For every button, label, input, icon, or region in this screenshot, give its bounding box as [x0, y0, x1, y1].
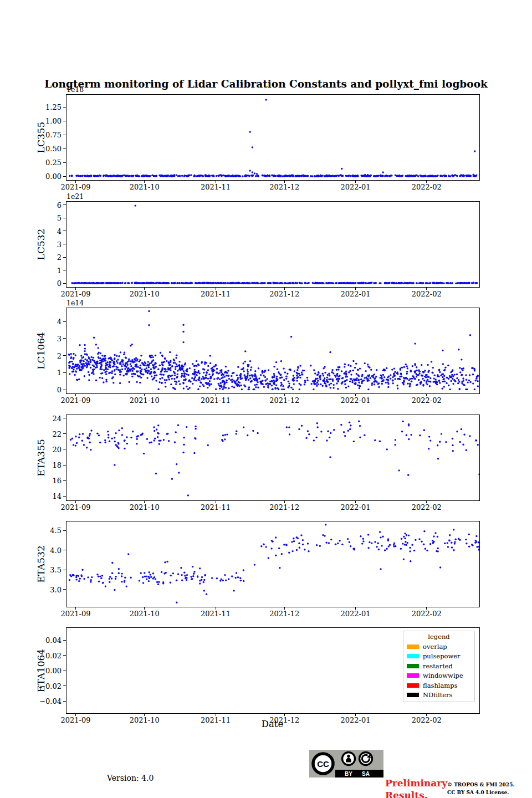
x-tick-label: 2022-02 [412, 183, 442, 191]
x-tick-label: 2021-12 [269, 396, 299, 405]
x-tick-label: 2021-12 [269, 290, 299, 298]
y-tick [63, 433, 66, 434]
y-tick-label: 0.04 [45, 636, 62, 644]
y-tick-label: 14 [52, 492, 62, 500]
legend-item-label: NDfilters [423, 691, 452, 699]
y-tick-label: 0.50 [45, 145, 62, 153]
y-tick-label: −0.02 [39, 682, 62, 690]
copyright-line2: CC BY SA 4.0 License. [447, 789, 515, 797]
y-tick [63, 218, 66, 218]
cc-by-sa-badge: CC BY SA [309, 750, 383, 777]
y-tick [63, 530, 66, 531]
y-tick [63, 449, 66, 449]
x-tick-label: 2022-01 [340, 183, 370, 191]
y-tick [63, 244, 66, 244]
y-tick-label: 3 [57, 334, 62, 342]
y-tick [63, 671, 66, 671]
y-tick-label: 1 [57, 266, 62, 274]
y-axis-label-lc355: LC355 [35, 122, 47, 154]
y-tick-label: 0 [57, 386, 62, 394]
x-axis-label: Date [66, 719, 479, 729]
legend-swatch-icon [407, 683, 419, 688]
preliminary-line1: Preliminary [385, 777, 447, 789]
x-tick-label: 2021-10 [130, 290, 160, 298]
legend-item-label: flashlamps [423, 682, 458, 689]
preliminary-line2: Results. [385, 789, 447, 798]
x-tick-label: 2022-01 [340, 610, 370, 618]
x-tick-label: 2022-01 [340, 290, 370, 298]
y-tick-label: 5 [57, 214, 62, 222]
legend-swatch-icon [407, 664, 419, 668]
y-tick-label: 4.5 [50, 526, 62, 535]
x-tick-label: 2021-11 [201, 290, 231, 298]
x-tick-label: 2022-01 [340, 396, 370, 405]
y-tick [63, 701, 66, 702]
x-tick-label: 2022-02 [412, 290, 442, 298]
subplot-eta1064: ETA1064−0.04−0.020.000.020.042021-092021… [66, 627, 480, 714]
x-tick-label: 2021-12 [269, 183, 299, 191]
y-tick [63, 231, 66, 231]
y-tick [63, 550, 66, 550]
scatter-points [66, 415, 479, 500]
y-tick [63, 338, 66, 339]
scatter-points [66, 521, 479, 607]
legend-item-pulsepower: pulsepower [407, 652, 471, 660]
copyright-line1: © TROPOS & FMI 2025. [447, 781, 515, 789]
y-axis-label-lc532: LC532 [35, 229, 47, 260]
legend-swatch-icon [407, 673, 419, 678]
y-tick [63, 121, 66, 121]
legend-title: legend [407, 633, 471, 641]
y-tick-label: 4 [57, 227, 62, 235]
y-tick-label: 1.00 [45, 117, 62, 125]
y-tick-label: 0.02 [45, 651, 62, 659]
legend-item-ndfilters: NDfilters [407, 691, 471, 699]
y-axis-offset-label: 1e18 [66, 85, 84, 94]
x-tick-label: 2021-09 [61, 183, 91, 191]
figure: Longterm monitoring of Lidar Calibration… [0, 0, 532, 798]
y-tick-label: 2 [57, 253, 62, 262]
y-tick [63, 176, 66, 177]
legend-item-flashlamps: flashlamps [407, 682, 471, 689]
y-tick-label: 0.00 [45, 667, 62, 675]
subplot-lc355: LC3551e180.000.250.500.751.001.252021-09… [66, 94, 480, 181]
y-tick [63, 257, 66, 258]
by-label: BY [345, 771, 352, 777]
subplot-lc532: LC5321e2101234562021-092021-102021-11202… [66, 201, 480, 288]
scatter-points [66, 95, 479, 180]
x-tick-label: 2021-10 [130, 503, 160, 511]
y-tick-label: 24 [52, 414, 62, 422]
x-tick-label: 2021-09 [61, 396, 91, 405]
legend-item-windowwipe: windowwipe [407, 672, 471, 679]
y-tick [63, 162, 66, 163]
y-axis-offset-label: 1e21 [66, 192, 84, 201]
y-tick-label: 1.25 [45, 103, 62, 111]
y-tick-label: 1 [57, 369, 62, 377]
x-tick-label: 2021-12 [269, 503, 299, 511]
legend: legendoverlappulsepowerrestartedwindowwi… [403, 631, 475, 702]
legend-item-label: overlap [423, 643, 447, 651]
x-tick-label: 2021-11 [201, 183, 231, 191]
y-tick-label: 20 [52, 445, 62, 453]
y-tick [63, 283, 66, 284]
y-tick-label: 6 [57, 201, 62, 209]
y-tick [63, 589, 66, 590]
x-tick-label: 2021-12 [269, 610, 299, 618]
x-tick-label: 2021-11 [201, 610, 231, 618]
y-tick [63, 496, 66, 497]
x-tick-label: 2021-10 [130, 183, 160, 191]
y-tick [63, 390, 66, 390]
legend-item-restarted: restarted [407, 662, 471, 670]
legend-item-label: windowwipe [423, 672, 463, 679]
subplot-eta532: ETA5323.03.54.04.52021-092021-102021-112… [66, 521, 480, 607]
legend-item-label: pulsepower [423, 652, 461, 660]
badge-black-band [335, 770, 383, 777]
y-tick [63, 204, 66, 205]
x-tick-label: 2021-11 [201, 396, 231, 405]
x-tick-label: 2021-10 [130, 610, 160, 618]
y-tick-label: −0.04 [39, 697, 62, 705]
y-tick [63, 355, 66, 356]
y-tick-label: 0.00 [45, 172, 62, 181]
y-tick [63, 465, 66, 466]
y-tick [63, 135, 66, 135]
y-tick [63, 418, 66, 418]
